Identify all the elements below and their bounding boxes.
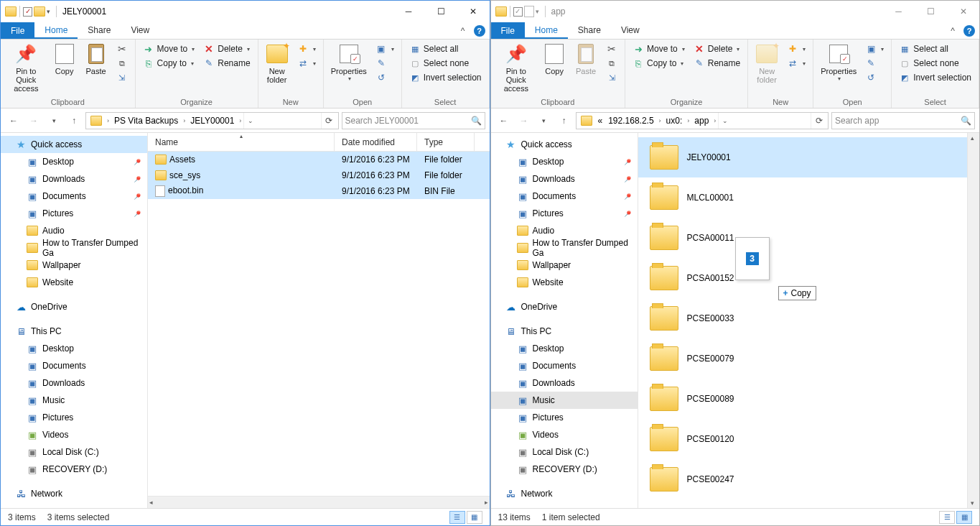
paste-shortcut-button[interactable]: ⇲: [603, 71, 620, 84]
details-header[interactable]: ▴Name Date modified Type: [148, 133, 490, 152]
breadcrumb-seg[interactable]: PS Vita Backups: [111, 113, 181, 129]
nav-pc-item[interactable]: ▣Videos: [491, 426, 638, 443]
close-button[interactable]: ✕: [947, 1, 979, 22]
breadcrumb-prefix[interactable]: «: [595, 113, 606, 129]
delete-button[interactable]: ✕Delete: [200, 42, 253, 55]
qat-customize-icon[interactable]: ▾: [536, 8, 539, 15]
nav-pc-item[interactable]: ▣Music: [1, 392, 147, 409]
address-bar[interactable]: « 192.168.2.5 › ux0: › app › ⌄ ⟳: [576, 112, 829, 129]
folder-item[interactable]: PCSE00079: [638, 338, 968, 379]
home-tab[interactable]: Home: [34, 22, 78, 39]
folder-item[interactable]: PCSA00152: [638, 258, 968, 298]
nav-recent-item[interactable]: Website: [491, 274, 638, 291]
nav-pinned-item[interactable]: ▣Documents📍: [491, 188, 638, 205]
navigation-pane[interactable]: ★Quick access▣Desktop📍▣Downloads📍▣Docume…: [1, 133, 148, 508]
nav-recent-item[interactable]: Audio: [491, 222, 638, 239]
qat-newfolder-icon[interactable]: [34, 6, 45, 17]
file-row[interactable]: Assets9/1/2016 6:23 PMFile folder: [148, 152, 490, 167]
maximize-button[interactable]: ☐: [915, 1, 947, 22]
move-to-button[interactable]: ➜Move to: [630, 42, 688, 55]
cut-button[interactable]: ✂: [603, 42, 620, 55]
breadcrumb-seg[interactable]: app: [691, 113, 711, 129]
new-folder-button[interactable]: New folder: [752, 41, 781, 86]
column-type[interactable]: Type: [417, 133, 475, 151]
titlebar[interactable]: ✓ ▾ app ─ ☐ ✕: [491, 1, 980, 22]
forward-button[interactable]: →: [25, 112, 42, 129]
nav-quick-access[interactable]: ★Quick access: [1, 136, 147, 153]
back-button[interactable]: ←: [5, 112, 22, 129]
breadcrumb-seg[interactable]: ux0:: [663, 113, 686, 129]
breadcrumb-seg[interactable]: JELY00001: [187, 113, 237, 129]
nav-pc-item[interactable]: ▣Documents: [491, 357, 638, 374]
large-icons-view-button[interactable]: ▦: [956, 511, 972, 524]
paste-button[interactable]: Paste: [82, 41, 111, 77]
recent-locations-button[interactable]: ▾: [536, 112, 553, 129]
cut-button[interactable]: ✂: [113, 42, 131, 55]
folder-list[interactable]: JELY00001MLCL00001PCSA00011PCSA00152PCSE…: [638, 133, 968, 508]
nav-pc-item[interactable]: ▣RECOVERY (D:): [1, 461, 147, 478]
details-view-button[interactable]: ☰: [939, 511, 955, 524]
nav-pc-item[interactable]: ▣Pictures: [491, 409, 638, 426]
home-tab[interactable]: Home: [525, 22, 568, 39]
select-none-button[interactable]: ▢Select none: [896, 57, 974, 70]
nav-network[interactable]: 🖧Network: [1, 485, 147, 502]
folder-item[interactable]: PCSA00011: [638, 218, 968, 258]
view-tab[interactable]: View: [611, 22, 650, 39]
rename-button[interactable]: ✎Rename: [200, 57, 253, 70]
open-button[interactable]: ▣: [373, 42, 397, 55]
paste-button[interactable]: Paste: [571, 41, 600, 77]
nav-recent-item[interactable]: Website: [1, 274, 147, 291]
breadcrumb-seg[interactable]: 192.168.2.5: [605, 113, 656, 129]
invert-selection-button[interactable]: ◩Invert selection: [406, 71, 485, 84]
nav-recent-item[interactable]: Wallpaper: [491, 257, 638, 274]
large-icons-view-button[interactable]: ▦: [467, 511, 482, 524]
minimize-button[interactable]: ─: [393, 1, 425, 22]
new-folder-button[interactable]: New folder: [263, 41, 291, 86]
back-button[interactable]: ←: [495, 112, 513, 129]
folder-item[interactable]: PCSE00120: [638, 419, 968, 459]
pin-quick-access-button[interactable]: 📌Pin to Quick access: [5, 41, 47, 94]
help-icon[interactable]: ?: [963, 25, 975, 37]
nav-recent-item[interactable]: Audio: [1, 222, 147, 239]
horizontal-scrollbar[interactable]: [148, 496, 490, 508]
select-all-button[interactable]: ▦Select all: [896, 42, 974, 55]
move-to-button[interactable]: ➜Move to: [140, 42, 198, 55]
new-item-button[interactable]: ✚: [784, 42, 808, 55]
pin-quick-access-button[interactable]: 📌Pin to Quick access: [495, 41, 538, 94]
address-bar[interactable]: › PS Vita Backups › JELY00001 › ⌄ ⟳: [85, 112, 339, 129]
address-history-button[interactable]: ⌄: [718, 113, 731, 129]
easy-access-button[interactable]: ⇄: [294, 57, 319, 70]
share-tab[interactable]: Share: [78, 22, 121, 39]
nav-recent-item[interactable]: Wallpaper: [1, 257, 147, 274]
copy-button[interactable]: Copy: [540, 41, 569, 77]
nav-pc-item[interactable]: ▣Local Disk (C:): [491, 443, 638, 461]
app-icon[interactable]: [5, 6, 17, 17]
folder-item[interactable]: MLCL00001: [638, 177, 968, 218]
nav-pinned-item[interactable]: ▣Pictures📍: [491, 205, 638, 222]
file-tab[interactable]: File: [1, 22, 34, 39]
share-tab[interactable]: Share: [568, 22, 611, 39]
folder-item[interactable]: PCSE00089: [638, 379, 968, 419]
forward-button[interactable]: →: [515, 112, 533, 129]
maximize-button[interactable]: ☐: [425, 1, 457, 22]
up-button[interactable]: ↑: [65, 112, 83, 129]
history-button[interactable]: ↺: [373, 71, 397, 84]
search-input[interactable]: Search JELY00001 🔍: [342, 112, 485, 129]
nav-this-pc[interactable]: 🖥This PC: [1, 323, 147, 340]
copy-path-button[interactable]: ⧉: [603, 57, 620, 70]
nav-pc-item[interactable]: ▣Documents: [1, 357, 147, 374]
file-tab[interactable]: File: [491, 22, 525, 39]
recent-locations-button[interactable]: ▾: [45, 112, 62, 129]
minimize-button[interactable]: ─: [882, 1, 915, 22]
qat-properties-icon[interactable]: ✓: [23, 7, 32, 17]
nav-pinned-item[interactable]: ▣Desktop📍: [491, 153, 638, 170]
column-date[interactable]: Date modified: [335, 133, 417, 151]
invert-selection-button[interactable]: ◩Invert selection: [896, 71, 974, 84]
address-history-button[interactable]: ⌄: [243, 113, 256, 129]
nav-pinned-item[interactable]: ▣Downloads📍: [491, 170, 638, 188]
folder-item[interactable]: PCSE00247: [638, 459, 968, 499]
open-button[interactable]: ▣: [862, 42, 887, 55]
nav-pc-item[interactable]: ▣Local Disk (C:): [1, 443, 147, 461]
folder-item[interactable]: JELY00001: [638, 137, 968, 177]
copy-path-button[interactable]: ⧉: [113, 57, 131, 70]
